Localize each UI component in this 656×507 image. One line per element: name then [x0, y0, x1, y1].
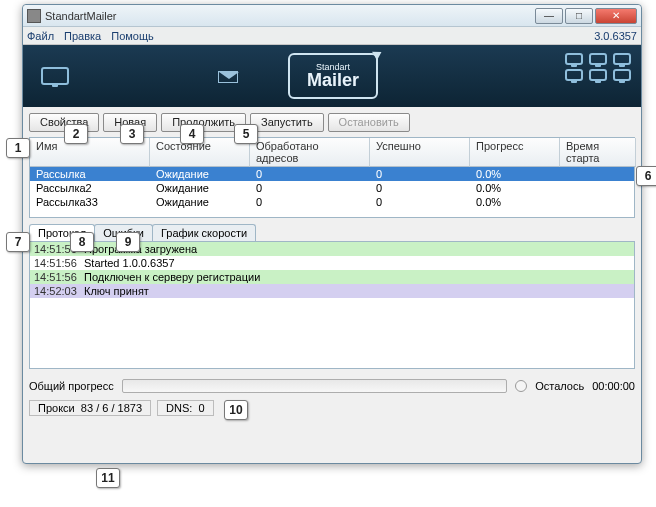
cell-success: 0 [370, 167, 470, 181]
dns-label: DNS: [166, 402, 192, 414]
callout-5: 5 [234, 124, 258, 144]
logo-main: Mailer [307, 70, 359, 91]
proxy-status: Прокси 83 / 6 / 1873 [29, 400, 151, 416]
cell-name: Рассылка33 [30, 195, 150, 209]
progress-row: Общий прогресс Осталось 00:00:00 [29, 379, 635, 393]
log-message: Ключ принят [84, 285, 149, 297]
col-progress[interactable]: Прогресс [470, 138, 560, 167]
cell-start_time [560, 181, 636, 195]
banner: Standart Mailer [23, 45, 641, 107]
menubar: Файл Правка Помощь 3.0.6357 [23, 27, 641, 45]
cell-progress: 0.0% [470, 195, 560, 209]
cell-state: Ожидание [150, 181, 250, 195]
col-start-time[interactable]: Время старта [560, 138, 636, 167]
cell-addresses: 0 [250, 181, 370, 195]
monitor-icon [589, 53, 607, 65]
monitor-icon [41, 67, 69, 85]
cell-state: Ожидание [150, 167, 250, 181]
cell-start_time [560, 195, 636, 209]
toolbar: Свойства Новая Продолжить Запустить Оста… [23, 107, 641, 133]
cell-progress: 0.0% [470, 167, 560, 181]
monitor-icon [565, 69, 583, 81]
proxy-value: 83 / 6 / 1873 [81, 402, 142, 414]
callout-6: 6 [636, 166, 656, 186]
cell-state: Ожидание [150, 195, 250, 209]
log-box[interactable]: 14:51:56Программа загружена14:51:56Start… [29, 241, 635, 369]
monitor-grid [565, 53, 631, 81]
cell-name: Рассылка2 [30, 181, 150, 195]
log-time: 14:51:56 [34, 257, 80, 269]
callout-7: 7 [6, 232, 30, 252]
app-window: StandartMailer — □ ✕ Файл Правка Помощь … [22, 4, 642, 464]
callout-9: 9 [116, 232, 140, 252]
menu-edit[interactable]: Правка [64, 30, 101, 42]
dns-value: 0 [198, 402, 204, 414]
tab-speed[interactable]: График скорости [152, 224, 256, 241]
window-title: StandartMailer [45, 10, 533, 22]
proxy-label: Прокси [38, 402, 75, 414]
cell-addresses: 0 [250, 195, 370, 209]
log-line: 14:51:56Подключен к серверу регистрации [30, 270, 634, 284]
log-time: 14:52:03 [34, 285, 80, 297]
remaining-label: Осталось [535, 380, 584, 392]
log-time: 14:51:56 [34, 271, 80, 283]
callout-11: 11 [96, 468, 120, 488]
callout-2: 2 [64, 124, 88, 144]
callout-8: 8 [70, 232, 94, 252]
log-message: Подключен к серверу регистрации [84, 271, 260, 283]
callout-1: 1 [6, 138, 30, 158]
table-row[interactable]: РассылкаОжидание000.0% [30, 167, 634, 181]
log-message: Started 1.0.0.6357 [84, 257, 175, 269]
col-success[interactable]: Успешно [370, 138, 470, 167]
log-line: 14:51:56Started 1.0.0.6357 [30, 256, 634, 270]
table-row[interactable]: Рассылка2Ожидание000.0% [30, 181, 634, 195]
version-label: 3.0.6357 [594, 30, 637, 42]
monitor-icon [565, 53, 583, 65]
cell-start_time [560, 167, 636, 181]
status-strip: Прокси 83 / 6 / 1873 DNS: 0 [29, 399, 635, 417]
table-row[interactable]: Рассылка33Ожидание000.0% [30, 195, 634, 209]
start-button[interactable]: Запустить [250, 113, 324, 132]
close-button[interactable]: ✕ [595, 8, 637, 24]
log-message: Программа загружена [84, 243, 197, 255]
cell-success: 0 [370, 195, 470, 209]
app-icon [27, 9, 41, 23]
titlebar[interactable]: StandartMailer — □ ✕ [23, 5, 641, 27]
stop-button[interactable]: Остановить [328, 113, 410, 132]
monitor-icon [613, 69, 631, 81]
cell-addresses: 0 [250, 167, 370, 181]
envelope-icon [218, 71, 238, 83]
callout-3: 3 [120, 124, 144, 144]
callout-4: 4 [180, 124, 204, 144]
logo: Standart Mailer [288, 53, 378, 99]
minimize-button[interactable]: — [535, 8, 563, 24]
menu-help[interactable]: Помощь [111, 30, 154, 42]
campaign-table: Имя Состояние Обработано адресов Успешно… [29, 137, 635, 218]
callout-10: 10 [224, 400, 248, 420]
remaining-value: 00:00:00 [592, 380, 635, 392]
cell-progress: 0.0% [470, 181, 560, 195]
overall-progress-label: Общий прогресс [29, 380, 114, 392]
menu-file[interactable]: Файл [27, 30, 54, 42]
monitor-icon [589, 69, 607, 81]
status-indicator-icon [515, 380, 527, 392]
dns-status: DNS: 0 [157, 400, 214, 416]
maximize-button[interactable]: □ [565, 8, 593, 24]
table-body: РассылкаОжидание000.0%Рассылка2Ожидание0… [30, 167, 634, 209]
cell-success: 0 [370, 181, 470, 195]
cell-name: Рассылка [30, 167, 150, 181]
monitor-icon [613, 53, 631, 65]
overall-progressbar [122, 379, 507, 393]
log-line: 14:52:03Ключ принят [30, 284, 634, 298]
col-addresses[interactable]: Обработано адресов [250, 138, 370, 167]
